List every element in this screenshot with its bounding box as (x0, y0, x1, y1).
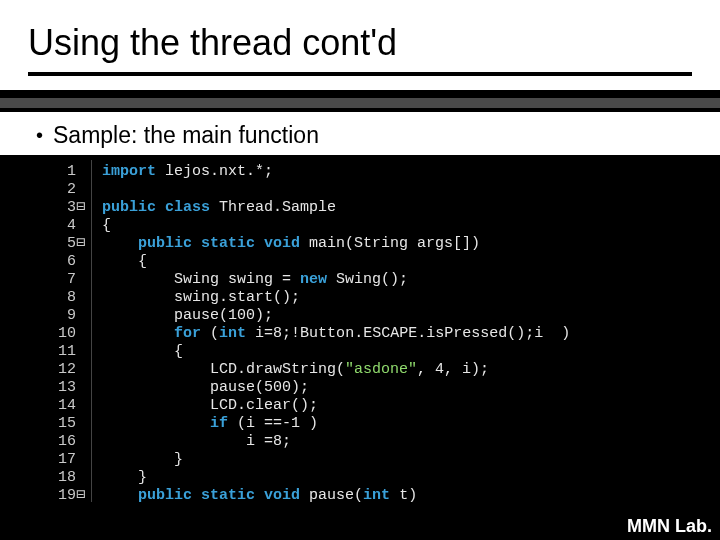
gutter-line-number: 14 (58, 397, 85, 415)
slide-header: Using the thread cont'd (0, 0, 720, 90)
gutter-line-number: 13 (58, 379, 85, 397)
gutter-line-number: 15 (58, 415, 85, 433)
code-line: { (102, 343, 570, 361)
code-line: import lejos.nxt.*; (102, 163, 570, 181)
gutter-line-number: 11 (58, 343, 85, 361)
gutter-line-number: 1 (58, 163, 85, 181)
bullet-marker: • (36, 124, 43, 147)
code-line: } (102, 451, 570, 469)
code-line: pause(100); (102, 307, 570, 325)
footer-lab: MMN Lab. (627, 516, 712, 537)
code-line: { (102, 217, 570, 235)
code-gutter: 1 2 3⊟ 4 5⊟ 6 7 8 9 10 11 12 13 14 15 16… (48, 160, 92, 502)
body-area: • Sample: the main function (0, 112, 720, 155)
gutter-line-number: 6 (58, 253, 85, 271)
code-line: LCD.clear(); (102, 397, 570, 415)
code-line: if (i ==-1 ) (102, 415, 570, 433)
bullet-text: Sample: the main function (53, 122, 319, 149)
gutter-line-number: 4 (58, 217, 85, 235)
gutter-line-number: 9 (58, 307, 85, 325)
code-line: LCD.drawString("asdone", 4, i); (102, 361, 570, 379)
gutter-line-number: 8 (58, 289, 85, 307)
code-line: { (102, 253, 570, 271)
code-line: public static void main(String args[]) (102, 235, 570, 253)
gutter-line-number: 17 (58, 451, 85, 469)
code-line: Swing swing = new Swing(); (102, 271, 570, 289)
code-line: i =8; (102, 433, 570, 451)
code-lines: import lejos.nxt.*;public class Thread.S… (92, 160, 570, 502)
code-line (102, 181, 570, 199)
code-line: pause(500); (102, 379, 570, 397)
title-divider (0, 98, 720, 108)
gutter-line-number: 16 (58, 433, 85, 451)
bullet-line: • Sample: the main function (36, 122, 692, 149)
code-line: public class Thread.Sample (102, 199, 570, 217)
gutter-line-number: 18 (58, 469, 85, 487)
code-line: } (102, 469, 570, 487)
code-block: 1 2 3⊟ 4 5⊟ 6 7 8 9 10 11 12 13 14 15 16… (48, 160, 688, 502)
gutter-line-number: 12 (58, 361, 85, 379)
code-line: swing.start(); (102, 289, 570, 307)
gutter-line-number: 3⊟ (58, 199, 85, 217)
code-line: public static void pause(int t) (102, 487, 570, 502)
code-line: for (int i=8;!Button.ESCAPE.isPressed();… (102, 325, 570, 343)
gutter-line-number: 5⊟ (58, 235, 85, 253)
gutter-line-number: 7 (58, 271, 85, 289)
slide-title: Using the thread cont'd (28, 22, 692, 76)
gutter-line-number: 10 (58, 325, 85, 343)
gutter-line-number: 2 (58, 181, 85, 199)
gutter-line-number: 19⊟ (58, 487, 85, 502)
